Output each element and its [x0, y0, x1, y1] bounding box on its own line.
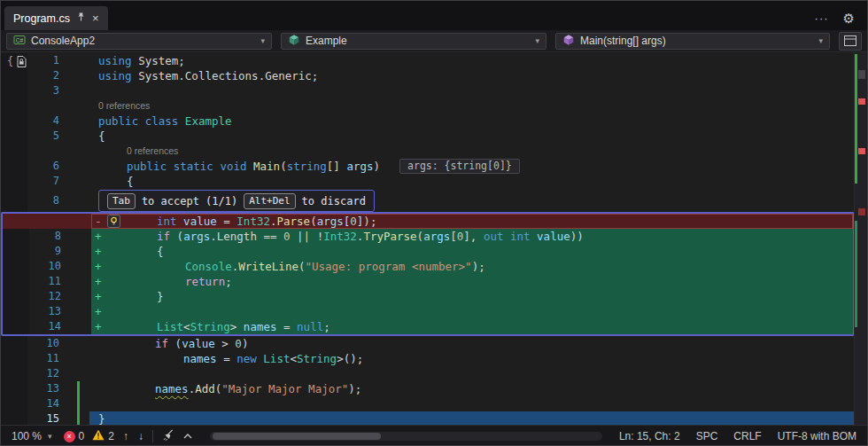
- gutter-margin[interactable]: 8: [1, 189, 89, 212]
- line-content[interactable]: if (value > 0): [89, 336, 855, 351]
- gutter-margin[interactable]: 11: [3, 274, 91, 289]
- line-content[interactable]: Tabto accept (1/1)Alt+Delto discard: [89, 189, 855, 212]
- gutter-margin[interactable]: 14: [3, 319, 91, 334]
- codelens-row[interactable]: 0 references: [1, 98, 855, 113]
- gutter-margin[interactable]: 12: [3, 289, 91, 304]
- line-content[interactable]: names.Add("Major Major Major");: [89, 381, 855, 396]
- pin-icon[interactable]: [76, 12, 86, 25]
- tab-overflow-icon[interactable]: ···: [815, 12, 829, 25]
- diff-added-line[interactable]: 9{+: [3, 244, 853, 259]
- horizontal-scrollbar-thumb[interactable]: [213, 433, 381, 440]
- project-dropdown[interactable]: C# ConsoleApp2 ▾: [6, 33, 272, 50]
- line-content[interactable]: return;+: [91, 274, 853, 289]
- indent-mode[interactable]: SPC: [696, 430, 718, 442]
- codelens-row[interactable]: 0 references: [1, 144, 855, 159]
- encoding[interactable]: UTF-8 with BOM: [778, 430, 856, 442]
- line-content[interactable]: [89, 83, 855, 98]
- diff-removed-line[interactable]: int value = Int32.Parse(args[0]);-: [3, 214, 853, 229]
- file-lock-icon: {: [7, 55, 27, 67]
- code-line[interactable]: 7{: [1, 174, 855, 189]
- horizontal-scrollbar[interactable]: [210, 432, 602, 441]
- code-editor[interactable]: { 1using System;2using System.Collection…: [1, 52, 867, 425]
- line-content[interactable]: }+: [91, 289, 853, 304]
- gutter-margin[interactable]: [1, 144, 89, 159]
- code-line[interactable]: 10if (value > 0): [1, 336, 855, 351]
- code-line[interactable]: 3: [1, 83, 855, 98]
- gutter-margin[interactable]: 7: [1, 174, 89, 189]
- gutter-margin[interactable]: 12: [1, 366, 89, 381]
- line-content[interactable]: Console.WriteLine("Usage: program <numbe…: [91, 259, 853, 274]
- close-icon[interactable]: ×: [92, 12, 99, 24]
- code-line[interactable]: 13names.Add("Major Major Major");: [1, 381, 855, 396]
- line-content[interactable]: 0 references: [89, 144, 855, 159]
- line-content[interactable]: names = new List<String>();: [89, 351, 855, 366]
- gutter-margin[interactable]: 14: [1, 396, 89, 411]
- line-content[interactable]: {: [89, 174, 855, 189]
- code-line[interactable]: 14: [1, 396, 855, 411]
- warning-indicator[interactable]: 2: [92, 429, 114, 443]
- code-line[interactable]: 4public class Example: [1, 113, 855, 129]
- gutter-margin[interactable]: 13: [1, 381, 89, 396]
- line-number: 2: [1, 68, 59, 83]
- code-line[interactable]: 1using System;: [1, 53, 855, 68]
- class-icon: [288, 34, 300, 49]
- vertical-scrollbar[interactable]: [854, 52, 867, 425]
- diff-added-line[interactable]: 10Console.WriteLine("Usage: program <num…: [3, 259, 853, 274]
- diff-added-line[interactable]: 8if (args.Length == 0 || !Int32.TryParse…: [3, 229, 853, 244]
- gutter-margin[interactable]: 10: [3, 259, 91, 274]
- code-line[interactable]: 2using System.Collections.Generic;: [1, 68, 855, 83]
- type-dropdown[interactable]: Example ▾: [281, 33, 546, 50]
- navigate-down-button[interactable]: ↓: [137, 430, 144, 442]
- line-content[interactable]: }: [89, 411, 855, 425]
- error-indicator[interactable]: × 0: [64, 430, 85, 442]
- gutter-margin[interactable]: 15: [1, 411, 89, 425]
- line-ending[interactable]: CRLF: [733, 430, 761, 442]
- codelens-references-label[interactable]: 0 references: [98, 100, 150, 111]
- line-content[interactable]: using System.Collections.Generic;: [89, 68, 855, 83]
- code-line[interactable]: 12: [1, 366, 855, 381]
- code-cleanup-broom-icon[interactable]: [161, 428, 174, 444]
- split-editor-button[interactable]: [839, 32, 862, 51]
- gutter-margin[interactable]: 2: [1, 68, 89, 83]
- line-content[interactable]: {: [89, 129, 855, 144]
- gutter-margin[interactable]: [1, 98, 89, 113]
- line-content[interactable]: {+: [91, 244, 853, 259]
- line-content[interactable]: +: [91, 304, 853, 319]
- diff-added-line[interactable]: 12}+: [3, 289, 853, 304]
- settings-gear-icon[interactable]: ⚙: [843, 12, 855, 25]
- gutter-margin[interactable]: 11: [1, 351, 89, 366]
- tab-program-cs[interactable]: Program.cs ×: [4, 6, 108, 30]
- diff-added-line[interactable]: 13+: [3, 304, 853, 319]
- gutter-margin[interactable]: 10: [1, 336, 89, 351]
- code-line[interactable]: 11names = new List<String>();: [1, 351, 855, 366]
- gutter-margin[interactable]: [3, 214, 91, 229]
- code-line[interactable]: 6public static void Main(string[] args)a…: [1, 159, 855, 174]
- code-line[interactable]: 5{: [1, 129, 855, 144]
- gutter-margin[interactable]: 6: [1, 159, 89, 174]
- gutter-margin[interactable]: 4: [1, 113, 89, 129]
- zoom-selector[interactable]: 100 % ▾: [8, 430, 56, 442]
- gutter-margin[interactable]: 3: [1, 83, 89, 98]
- line-content[interactable]: public class Example: [89, 113, 855, 129]
- suggestion-row[interactable]: 8Tabto accept (1/1)Alt+Delto discard: [1, 189, 855, 212]
- gutter-margin[interactable]: 8: [3, 229, 91, 244]
- line-content[interactable]: using System;: [89, 53, 855, 68]
- line-content[interactable]: [89, 396, 855, 411]
- line-content[interactable]: List<String> names = null;+: [91, 319, 853, 334]
- gutter-margin[interactable]: 5: [1, 129, 89, 144]
- diff-added-line[interactable]: 14List<String> names = null;+: [3, 319, 853, 334]
- line-content[interactable]: if (args.Length == 0 || !Int32.TryParse(…: [91, 229, 853, 244]
- line-content[interactable]: int value = Int32.Parse(args[0]);-: [91, 214, 853, 229]
- codelens-references-label[interactable]: 0 references: [127, 145, 178, 156]
- line-content[interactable]: [89, 366, 855, 381]
- member-dropdown[interactable]: Main(string[] args) ▾: [555, 33, 830, 50]
- expand-chevron-icon[interactable]: [182, 430, 193, 442]
- navigate-up-button[interactable]: ↑: [122, 430, 129, 442]
- gutter-margin[interactable]: 9: [3, 244, 91, 259]
- line-content[interactable]: public static void Main(string[] args)ar…: [89, 159, 855, 174]
- gutter-margin[interactable]: 13: [3, 304, 91, 319]
- code-line[interactable]: 15}: [1, 411, 855, 425]
- diff-added-line[interactable]: 11return;+: [3, 274, 853, 289]
- scrollbar-annotation-mark: [858, 148, 865, 154]
- line-content[interactable]: 0 references: [89, 98, 855, 113]
